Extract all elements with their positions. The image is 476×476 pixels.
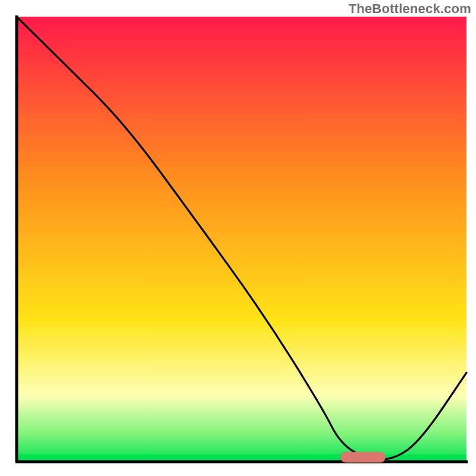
optimal-marker	[340, 452, 386, 463]
watermark-text: TheBottleneck.com	[349, 1, 471, 17]
bottleneck-chart	[0, 0, 476, 476]
chart-container: TheBottleneck.com	[0, 0, 476, 476]
